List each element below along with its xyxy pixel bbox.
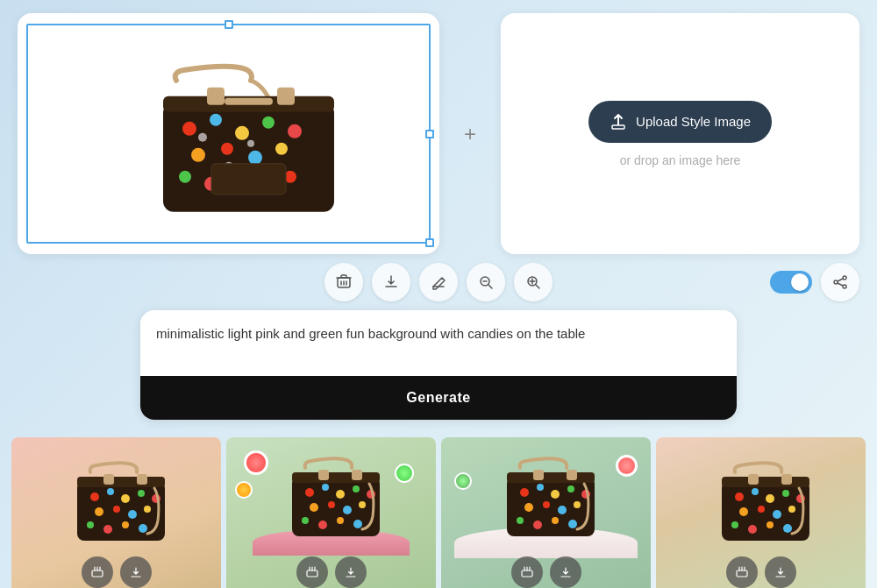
enhance-icon	[91, 566, 103, 578]
svg-point-90	[537, 484, 544, 491]
gallery-bag-4	[704, 455, 818, 551]
svg-point-113	[766, 494, 774, 503]
handle-right[interactable]	[425, 130, 434, 138]
zoom-in-button[interactable]	[514, 263, 553, 301]
svg-point-9	[275, 142, 288, 154]
svg-point-4	[262, 116, 275, 128]
svg-point-72	[310, 503, 318, 512]
svg-point-111	[735, 492, 744, 501]
drop-label: or drop an image here	[620, 153, 741, 167]
svg-line-38	[536, 285, 539, 288]
svg-point-112	[752, 488, 759, 495]
svg-point-17	[247, 139, 254, 146]
svg-rect-127	[737, 570, 747, 577]
gallery-download-1[interactable]	[120, 556, 152, 588]
svg-point-70	[353, 485, 360, 492]
svg-point-50	[95, 507, 103, 516]
zoom-in-icon	[525, 274, 541, 290]
svg-rect-83	[307, 570, 317, 577]
svg-point-54	[87, 521, 94, 528]
upload-style-button[interactable]: Upload Style Image	[588, 101, 772, 143]
delete-button[interactable]	[324, 263, 363, 301]
svg-point-116	[739, 507, 748, 516]
candy-decoration	[616, 455, 638, 477]
svg-point-79	[353, 520, 362, 528]
svg-point-48	[138, 490, 145, 497]
download-icon	[130, 566, 142, 578]
gallery-enhance-1[interactable]	[82, 556, 113, 588]
svg-point-97	[574, 501, 581, 508]
gallery-overlay-3	[511, 556, 581, 588]
gallery-download-2[interactable]	[335, 556, 367, 588]
gallery-item[interactable]	[656, 437, 866, 588]
share-icon	[832, 274, 848, 290]
svg-rect-21	[277, 87, 295, 104]
svg-rect-30	[341, 275, 346, 278]
candy-decoration	[235, 481, 253, 499]
prompt-textarea[interactable]: minimalistic light pink and green fun ba…	[140, 310, 737, 372]
svg-point-15	[198, 132, 207, 141]
handle-bottom-right[interactable]	[425, 238, 434, 247]
svg-rect-125	[748, 474, 759, 485]
enhance-icon	[736, 566, 748, 578]
svg-point-39	[843, 276, 846, 280]
svg-point-6	[191, 147, 205, 161]
handle-top[interactable]	[225, 20, 233, 29]
svg-point-52	[128, 510, 137, 519]
upload-area[interactable]: Upload Style Image or drop an image here	[501, 13, 859, 254]
gallery-item[interactable]	[226, 437, 436, 588]
svg-rect-105	[522, 570, 532, 577]
svg-rect-24	[612, 125, 624, 129]
svg-rect-20	[207, 87, 225, 104]
download-icon	[560, 566, 572, 578]
zoom-out-button[interactable]	[467, 263, 505, 301]
gallery-bag-2	[275, 450, 389, 547]
gallery-enhance-2[interactable]	[296, 556, 328, 588]
svg-point-98	[517, 517, 524, 524]
svg-point-3	[235, 125, 249, 139]
svg-rect-59	[103, 474, 114, 485]
svg-point-41	[843, 285, 846, 288]
svg-rect-82	[352, 470, 362, 480]
gallery-download-3[interactable]	[550, 556, 581, 588]
gallery-download-4[interactable]	[765, 556, 796, 588]
svg-point-77	[318, 521, 327, 529]
gallery-item[interactable]	[441, 437, 651, 588]
candy-decoration	[244, 450, 268, 475]
toolbar-left	[324, 263, 553, 301]
svg-rect-61	[92, 570, 103, 577]
download-button[interactable]	[372, 263, 410, 301]
gallery-item[interactable]	[11, 437, 221, 588]
svg-point-120	[731, 521, 738, 528]
gallery-enhance-4[interactable]	[726, 556, 758, 588]
gallery-enhance-3[interactable]	[511, 556, 543, 588]
svg-rect-22	[225, 97, 273, 104]
svg-line-34	[488, 285, 492, 288]
generate-button[interactable]: Generate	[140, 376, 737, 420]
svg-point-68	[322, 484, 329, 491]
svg-point-5	[288, 124, 302, 138]
delete-icon	[336, 274, 352, 290]
download-icon	[383, 274, 399, 290]
svg-point-118	[773, 510, 781, 519]
toggle-switch[interactable]	[770, 271, 812, 294]
svg-point-73	[328, 501, 335, 508]
svg-rect-81	[318, 470, 329, 480]
share-button[interactable]	[821, 263, 859, 301]
svg-point-121	[748, 525, 757, 534]
svg-point-117	[758, 506, 765, 513]
canvas-area[interactable]	[18, 13, 439, 254]
eraser-button[interactable]	[419, 263, 458, 301]
svg-point-10	[179, 170, 191, 182]
upload-icon	[610, 113, 627, 131]
svg-point-2	[210, 113, 222, 125]
prompt-input-section: minimalistic light pink and green fun ba…	[140, 310, 737, 420]
svg-point-75	[359, 501, 366, 508]
gallery	[0, 429, 877, 588]
svg-point-95	[543, 501, 550, 508]
svg-point-91	[551, 490, 560, 499]
svg-point-51	[113, 506, 120, 513]
svg-point-46	[107, 488, 114, 495]
svg-point-119	[788, 506, 795, 513]
gallery-overlay-4	[726, 556, 796, 588]
